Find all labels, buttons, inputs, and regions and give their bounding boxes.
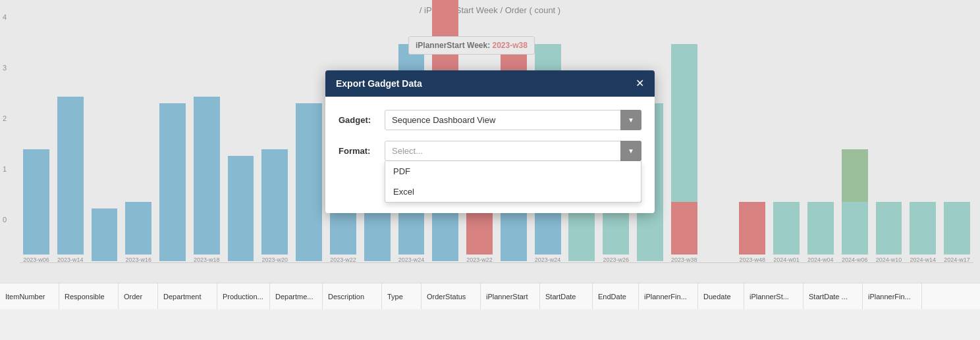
format-dropdown-arrow[interactable]: ▼: [620, 141, 641, 161]
table-header: ItemNumberResponsibleOrderDepartmentProd…: [0, 283, 980, 309]
table-col-iplannerfin: iPlannerFin...: [863, 283, 922, 309]
table-col-type: Type: [382, 283, 422, 309]
table-col-itemnumber: ItemNumber: [0, 283, 59, 309]
format-option-excel[interactable]: Excel: [385, 182, 641, 202]
export-modal: Export Gadget Data ✕ Gadget: Sequence Da…: [325, 70, 655, 213]
format-option-pdf[interactable]: PDF: [385, 161, 641, 182]
chart-container: / iPlannerStart Week / Order ( count ) i…: [0, 0, 980, 283]
table-col-description: Description: [323, 283, 382, 309]
table-col-responsible: Responsible: [59, 283, 119, 309]
modal-body: Gadget: Sequence Dashboard View ▼ Format…: [325, 97, 655, 161]
modal-close-button[interactable]: ✕: [636, 78, 644, 89]
table-col-iplannerst: iPlannerSt...: [744, 283, 803, 309]
gadget-dropdown-arrow[interactable]: ▼: [620, 110, 641, 130]
format-placeholder: Select...: [392, 146, 423, 156]
gadget-label: Gadget:: [339, 115, 385, 125]
table-col-departme: Departme...: [270, 283, 323, 309]
gadget-row: Gadget: Sequence Dashboard View ▼: [339, 110, 641, 130]
format-dropdown-open: PDF Excel: [385, 161, 641, 203]
table-col-orderstatus: OrderStatus: [422, 283, 481, 309]
table-col-department: Department: [158, 283, 217, 309]
table-col-order: Order: [119, 283, 158, 309]
table-col-iplannerfin: iPlannerFin...: [639, 283, 698, 309]
gadget-select-wrapper: Sequence Dashboard View ▼: [385, 110, 641, 130]
format-select-wrapper: Select... ▼ PDF Excel: [385, 141, 641, 161]
format-label: Format:: [339, 146, 385, 156]
table-col-duedate: Duedate: [698, 283, 744, 309]
modal-overlay: Export Gadget Data ✕ Gadget: Sequence Da…: [0, 0, 980, 283]
format-row: Format: Select... ▼ PDF Excel: [339, 141, 641, 161]
gadget-select[interactable]: Sequence Dashboard View: [385, 110, 641, 130]
table-col-enddate: EndDate: [593, 283, 639, 309]
table-col-production: Production...: [217, 283, 270, 309]
table-col-iplannerstart: iPlannerStart: [481, 283, 540, 309]
table-col-startdate: StartDate ...: [803, 283, 863, 309]
modal-title: Export Gadget Data: [336, 78, 422, 89]
table-col-startdate: StartDate: [540, 283, 593, 309]
format-display[interactable]: Select...: [385, 141, 641, 161]
modal-header: Export Gadget Data ✕: [325, 70, 655, 97]
